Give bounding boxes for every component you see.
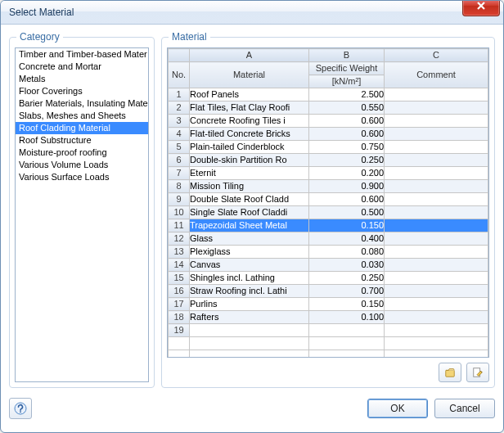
row-number[interactable]: 15 [169, 272, 190, 285]
cell-material[interactable]: Double-skin Partition Ro [190, 154, 309, 167]
cell-weight[interactable]: 0.100 [309, 311, 385, 324]
row-number[interactable]: 17 [169, 298, 190, 311]
cell-comment[interactable] [385, 350, 488, 359]
close-button[interactable] [462, 0, 500, 16]
cell-comment[interactable] [385, 298, 488, 311]
cell-weight[interactable]: 0.400 [309, 232, 385, 246]
row-number[interactable]: 19 [169, 324, 190, 337]
cell-comment[interactable] [385, 154, 488, 167]
category-item[interactable]: Concrete and Mortar [16, 61, 148, 73]
col-letter-a[interactable]: A [190, 49, 309, 62]
row-number[interactable]: 5 [169, 141, 190, 154]
cell-comment[interactable] [385, 285, 488, 298]
cell-material[interactable]: Flat Tiles, Flat Clay Roofi [190, 101, 309, 115]
cell-material[interactable] [190, 350, 309, 359]
help-button[interactable] [9, 398, 32, 419]
row-number[interactable]: 6 [169, 154, 190, 167]
row-number[interactable] [169, 350, 190, 359]
table-row[interactable]: 14Canvas0.030 [169, 259, 488, 272]
cell-weight[interactable]: 0.600 [309, 128, 385, 141]
table-row[interactable]: 9Double Slate Roof Cladd0.600 [169, 193, 488, 206]
cell-comment[interactable] [385, 246, 488, 259]
table-row[interactable]: 12Glass0.400 [169, 232, 488, 246]
cell-comment[interactable] [385, 259, 488, 272]
cell-weight[interactable]: 0.250 [309, 272, 385, 285]
cell-material[interactable]: Double Slate Roof Cladd [190, 193, 309, 206]
table-row[interactable]: 3Concrete Roofing Tiles i0.600 [169, 115, 488, 128]
cell-weight[interactable]: 0.200 [309, 167, 385, 180]
cell-weight[interactable]: 0.500 [309, 206, 385, 219]
cell-comment[interactable] [385, 128, 488, 141]
col-header-comment[interactable]: Comment [385, 62, 488, 88]
cell-weight[interactable] [309, 337, 385, 350]
table-row[interactable]: 17Purlins0.150 [169, 298, 488, 311]
cell-weight[interactable]: 0.550 [309, 101, 385, 115]
cell-material[interactable]: Single Slate Roof Claddi [190, 206, 309, 219]
cell-weight[interactable]: 0.600 [309, 193, 385, 206]
cell-comment[interactable] [385, 272, 488, 285]
cell-weight[interactable]: 0.750 [309, 141, 385, 154]
category-item[interactable]: Various Volume Loads [16, 159, 148, 171]
cell-comment[interactable] [385, 180, 488, 193]
col-letter-no[interactable] [169, 49, 190, 62]
cell-weight[interactable]: 0.250 [309, 154, 385, 167]
table-row[interactable]: 19 [169, 324, 488, 337]
cell-weight[interactable]: 0.150 [309, 298, 385, 311]
row-number[interactable]: 14 [169, 259, 190, 272]
cell-comment[interactable] [385, 88, 488, 101]
category-item[interactable]: Slabs, Meshes and Sheets [16, 110, 148, 122]
col-header-weight-2[interactable]: [kN/m²] [309, 75, 385, 88]
category-item[interactable]: Floor Coverings [16, 85, 148, 97]
row-number[interactable]: 13 [169, 246, 190, 259]
col-letter-c[interactable]: C [385, 49, 488, 62]
cell-material[interactable]: Shingles incl. Lathing [190, 272, 309, 285]
cell-material[interactable]: Plain-tailed Cinderblock [190, 141, 309, 154]
category-item[interactable]: Roof Cladding Material [16, 122, 148, 134]
cell-material[interactable]: Plexiglass [190, 246, 309, 259]
cell-material[interactable]: Flat-tiled Concrete Bricks [190, 128, 309, 141]
cell-comment[interactable] [385, 232, 488, 246]
table-row[interactable]: 6Double-skin Partition Ro0.250 [169, 154, 488, 167]
cell-material[interactable]: Purlins [190, 298, 309, 311]
category-item[interactable]: Timber and Timber-based Mater [16, 48, 148, 61]
row-number[interactable]: 4 [169, 128, 190, 141]
cell-material[interactable]: Glass [190, 232, 309, 246]
row-number[interactable]: 16 [169, 285, 190, 298]
table-row[interactable]: 5Plain-tailed Cinderblock0.750 [169, 141, 488, 154]
cell-weight[interactable]: 0.700 [309, 285, 385, 298]
table-row[interactable]: 7Eternit0.200 [169, 167, 488, 180]
row-number[interactable]: 1 [169, 88, 190, 101]
table-row[interactable]: 1Roof Panels2.500 [169, 88, 488, 101]
table-row[interactable] [169, 350, 488, 359]
cell-comment[interactable] [385, 324, 488, 337]
cell-material[interactable] [190, 337, 309, 350]
col-header-weight-1[interactable]: Specific Weight [309, 62, 385, 75]
row-number[interactable]: 7 [169, 167, 190, 180]
col-header-no[interactable]: No. [169, 62, 190, 88]
cell-weight[interactable]: 0.030 [309, 259, 385, 272]
category-listbox[interactable]: Timber and Timber-based MaterConcrete an… [15, 47, 149, 382]
cell-comment[interactable] [385, 101, 488, 115]
row-number[interactable]: 8 [169, 180, 190, 193]
cell-weight[interactable]: 0.600 [309, 115, 385, 128]
cell-comment[interactable] [385, 311, 488, 324]
category-item[interactable]: Roof Substructure [16, 134, 148, 147]
cell-weight[interactable]: 0.150 [309, 219, 385, 232]
cell-comment[interactable] [385, 115, 488, 128]
cell-comment[interactable] [385, 167, 488, 180]
category-item[interactable]: Moisture-proof roofing [16, 147, 148, 159]
edit-button[interactable] [466, 363, 489, 382]
col-header-material[interactable]: Material [190, 62, 309, 88]
cell-material[interactable]: Eternit [190, 167, 309, 180]
cell-weight[interactable]: 0.900 [309, 180, 385, 193]
category-item[interactable]: Metals [16, 73, 148, 85]
import-button[interactable] [439, 363, 461, 382]
cell-comment[interactable] [385, 219, 488, 232]
cell-comment[interactable] [385, 193, 488, 206]
cell-comment[interactable] [385, 206, 488, 219]
row-number[interactable]: 10 [169, 206, 190, 219]
table-row[interactable]: 8Mission Tiling0.900 [169, 180, 488, 193]
row-number[interactable]: 9 [169, 193, 190, 206]
category-item[interactable]: Various Surface Loads [16, 171, 148, 183]
cell-material[interactable]: Mission Tiling [190, 180, 309, 193]
